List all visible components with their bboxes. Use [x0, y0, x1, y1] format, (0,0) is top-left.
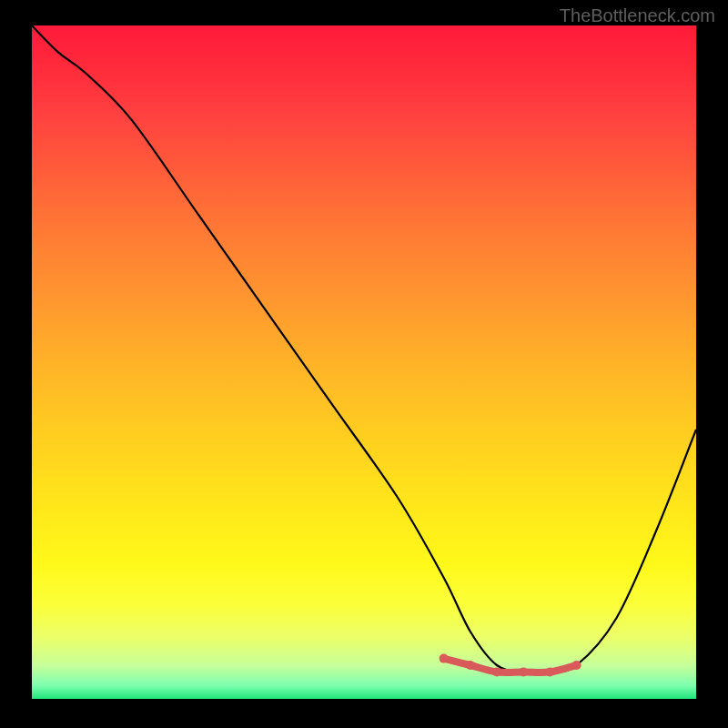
- min-marker-dot: [572, 661, 581, 670]
- min-marker-dot: [492, 667, 501, 676]
- min-marker-path: [444, 659, 577, 672]
- watermark-text: TheBottleneck.com: [560, 5, 715, 26]
- chart-plot-area: [32, 25, 696, 699]
- min-marker-dot: [466, 661, 475, 670]
- min-marker-dot: [545, 667, 554, 676]
- min-marker-dot: [440, 654, 449, 663]
- chart-svg: [32, 25, 696, 699]
- bottleneck-curve-path: [32, 25, 696, 672]
- min-marker-dot: [519, 667, 528, 676]
